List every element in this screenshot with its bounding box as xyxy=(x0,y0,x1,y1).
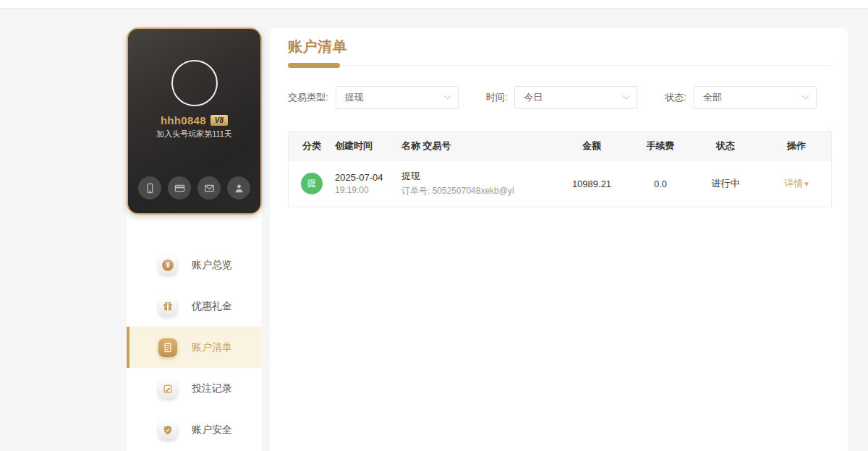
chevron-down-icon xyxy=(443,92,451,99)
filter-label: 状态: xyxy=(665,91,686,104)
title-accent-bar xyxy=(288,63,340,68)
transactions-table: 分类 创建时间 名称 交易号 金额 手续费 状态 操作 提 2025-07-04… xyxy=(288,131,832,207)
sidebar-item-bet-records[interactable]: 投注记录 xyxy=(127,368,262,409)
details-link[interactable]: 详情▾ xyxy=(784,178,809,189)
sidebar-item-label: 投注记录 xyxy=(192,382,232,395)
top-bar xyxy=(0,0,868,9)
table-row: 提 2025-07-04 19:19:00 提现 订单号: 5052507048… xyxy=(289,160,831,207)
transaction-type-select[interactable]: 提现 xyxy=(336,86,459,109)
chevron-down-icon xyxy=(623,92,630,99)
quick-icons-row xyxy=(128,176,260,199)
withdraw-category-badge: 提 xyxy=(301,173,323,194)
row-date: 2025-07-04 xyxy=(335,172,401,183)
sidebar-item-label: 账户总览 xyxy=(192,259,232,272)
cell-created-time: 2025-07-04 19:19:00 xyxy=(335,172,401,195)
cell-fee: 0.0 xyxy=(631,179,689,189)
sidebar-item-account-statement[interactable]: 账户清单 xyxy=(127,327,262,368)
gift-icon xyxy=(158,297,177,316)
header-fee: 手续费 xyxy=(631,139,689,153)
sidebar-item-label: 账户安全 xyxy=(192,424,232,437)
filter-time: 时间: 今日 xyxy=(486,86,638,109)
joined-days-text: 加入头号玩家第111天 xyxy=(128,129,260,139)
row-name: 提现 xyxy=(401,170,546,183)
sidebar-menu: ¥ 账户总览 优惠礼金 xyxy=(127,244,262,450)
statement-icon xyxy=(158,338,177,357)
table-header: 分类 创建时间 名称 交易号 金额 手续费 状态 操作 xyxy=(289,132,831,160)
shield-icon xyxy=(158,421,177,439)
bank-card-icon[interactable] xyxy=(168,176,191,199)
username: hhh0848 xyxy=(161,114,206,126)
cell-amount: 10989.21 xyxy=(552,179,631,189)
filter-label: 交易类型: xyxy=(288,91,328,104)
sidebar-item-account-security[interactable]: 账户安全 xyxy=(127,409,262,450)
page: hhh0848 V8 加入头号玩家第111天 xyxy=(0,0,868,451)
status-select[interactable]: 全部 xyxy=(694,86,817,109)
sidebar-item-account-overview[interactable]: ¥ 账户总览 xyxy=(127,244,262,285)
sidebar-item-label: 优惠礼金 xyxy=(192,300,232,313)
title-divider xyxy=(288,65,832,66)
bet-record-icon xyxy=(158,379,177,398)
main-panel: 账户清单 交易类型: 提现 时间: 今日 状态: xyxy=(270,27,848,451)
device-icon[interactable] xyxy=(138,176,161,199)
mail-icon[interactable] xyxy=(197,176,221,199)
header-category: 分类 xyxy=(289,139,335,153)
row-order-number: 订单号: 5052507048xekb@yl xyxy=(401,185,546,197)
header-action: 操作 xyxy=(762,139,831,153)
filter-status: 状态: 全部 xyxy=(665,86,817,109)
header-name-txid: 名称 交易号 xyxy=(401,139,552,153)
avatar xyxy=(171,60,218,106)
header-created-time: 创建时间 xyxy=(335,139,401,153)
vip-badge: V8 xyxy=(210,115,228,126)
caret-down-icon: ▾ xyxy=(804,179,809,188)
cell-name-txid: 提现 订单号: 5052507048xekb@yl xyxy=(401,170,552,197)
sidebar-item-promo-gifts[interactable]: 优惠礼金 xyxy=(127,285,262,327)
sidebar: hhh0848 V8 加入头号玩家第111天 xyxy=(127,27,262,451)
sidebar-item-label: 账户清单 xyxy=(192,341,232,354)
filter-transaction-type: 交易类型: 提现 xyxy=(288,86,459,109)
filters-row: 交易类型: 提现 时间: 今日 状态: 全部 xyxy=(288,86,832,109)
filter-label: 时间: xyxy=(486,91,508,104)
cell-status: 进行中 xyxy=(689,177,762,190)
header-status: 状态 xyxy=(689,139,762,153)
user-line: hhh0848 V8 xyxy=(128,114,260,126)
chevron-down-icon xyxy=(801,92,809,99)
page-title: 账户清单 xyxy=(288,37,832,56)
row-time: 19:19:00 xyxy=(335,185,401,195)
header-amount: 金额 xyxy=(552,139,631,153)
coin-icon: ¥ xyxy=(158,256,177,275)
profile-icon[interactable] xyxy=(227,176,250,199)
time-select[interactable]: 今日 xyxy=(514,86,637,109)
profile-card: hhh0848 V8 加入头号玩家第111天 xyxy=(127,27,262,215)
